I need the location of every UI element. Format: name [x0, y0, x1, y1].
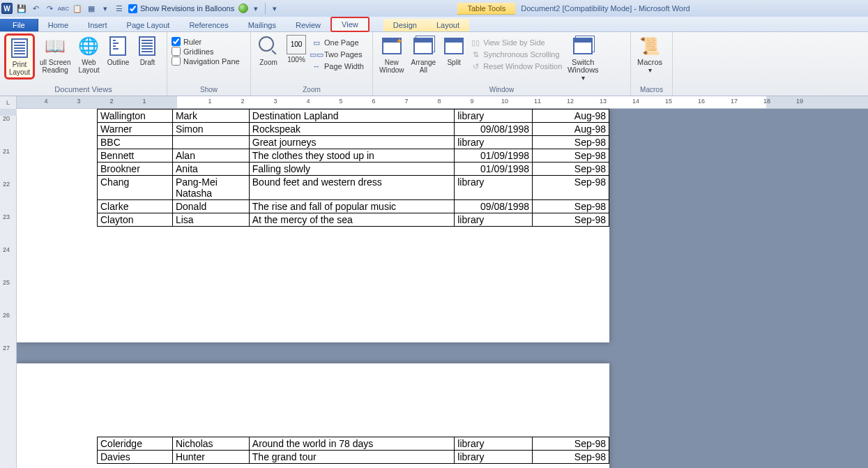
table-cell[interactable]: Clayton: [98, 213, 173, 227]
table-row[interactable]: WallingtonMarkDestination Laplandlibrary…: [98, 110, 609, 123]
table-cell[interactable]: Warner: [98, 123, 173, 136]
qat-list-icon[interactable]: ☰: [113, 2, 125, 15]
table-cell[interactable]: Sep-98: [533, 200, 609, 213]
document-area[interactable]: WallingtonMarkDestination Laplandlibrary…: [17, 109, 868, 468]
tab-references[interactable]: References: [179, 19, 238, 31]
table-row[interactable]: ClaytonLisaAt the mercy of the sealibrar…: [98, 213, 609, 227]
gridlines-checkbox-row[interactable]: Gridlines: [172, 47, 246, 56]
ruler-corner-tab-selector[interactable]: L: [0, 96, 17, 109]
table-row[interactable]: ClarkeDonaldThe rise and fall of popular…: [98, 200, 609, 213]
ruler-checkbox-row[interactable]: Ruler: [172, 37, 246, 46]
table-cell[interactable]: 09/08/1998: [455, 123, 533, 136]
table-cell[interactable]: The grand tour: [249, 451, 454, 464]
table-cell[interactable]: Anita: [172, 163, 249, 176]
page-width-button[interactable]: ↔Page Width: [311, 61, 364, 72]
view-side-by-side-button[interactable]: ▯▯View Side by Side: [470, 37, 562, 48]
draft-button[interactable]: Draft: [134, 33, 160, 68]
qat-dropdown-icon[interactable]: ▾: [250, 2, 262, 15]
table-cell[interactable]: Aug-98: [533, 123, 609, 136]
tab-file[interactable]: File: [0, 19, 38, 31]
table-cell[interactable]: The rise and fall of popular music: [249, 200, 454, 213]
table-cell[interactable]: Alan: [172, 149, 249, 163]
table-row[interactable]: ColeridgeNicholasAround the world in 78 …: [98, 437, 609, 451]
table-cell[interactable]: library: [455, 437, 533, 451]
one-page-button[interactable]: ▭One Page: [311, 37, 364, 48]
tab-page-layout[interactable]: Page Layout: [117, 19, 180, 31]
table-cell[interactable]: Coleridge: [98, 437, 173, 451]
table-cell[interactable]: Destination Lapland: [249, 110, 454, 123]
table-cell[interactable]: Chang: [98, 176, 173, 200]
table-cell[interactable]: Sep-98: [533, 213, 609, 227]
table-cell[interactable]: Donald: [172, 200, 249, 213]
qat-properties-icon[interactable]: 📋: [71, 2, 84, 15]
table-cell[interactable]: Around the world in 78 days: [249, 437, 454, 451]
table-cell[interactable]: Sep-98: [533, 136, 609, 149]
tab-review[interactable]: Review: [286, 19, 330, 31]
table-cell[interactable]: Great journeys: [249, 136, 454, 149]
table-cell[interactable]: library: [455, 451, 533, 464]
table-cell[interactable]: Pang-Mei Natasha: [172, 176, 249, 200]
tab-view[interactable]: View: [330, 17, 370, 32]
table-cell[interactable]: library: [455, 213, 533, 227]
table-cell[interactable]: Simon: [172, 123, 249, 136]
table-cell[interactable]: Sep-98: [533, 437, 609, 451]
table-cell[interactable]: Sep-98: [533, 149, 609, 163]
reset-window-button[interactable]: ↺Reset Window Position: [470, 61, 562, 72]
table-cell[interactable]: library: [455, 110, 533, 123]
qat-redo-icon[interactable]: ↷: [43, 2, 56, 15]
table-cell[interactable]: 09/08/1998: [455, 200, 533, 213]
data-table-2[interactable]: ColeridgeNicholasAround the world in 78 …: [97, 437, 609, 464]
full-screen-reading-button[interactable]: 📖 ull Screen Reading: [38, 33, 73, 75]
table-cell[interactable]: The clothes they stood up in: [249, 149, 454, 163]
data-table-1[interactable]: WallingtonMarkDestination Laplandlibrary…: [97, 109, 609, 227]
qat-customize-icon[interactable]: ▾: [268, 2, 281, 15]
web-layout-button[interactable]: 🌐 Web Layout: [75, 33, 102, 75]
arrange-all-button[interactable]: Arrange All: [409, 33, 439, 75]
table-cell[interactable]: Davies: [98, 451, 173, 464]
nav-pane-checkbox[interactable]: [172, 56, 181, 66]
tab-layout[interactable]: Layout: [427, 19, 469, 31]
table-cell[interactable]: Rockspeak: [249, 123, 454, 136]
two-pages-button[interactable]: ▭▭Two Pages: [311, 49, 364, 60]
table-row[interactable]: BrooknerAnitaFalling slowly01/09/1998Sep…: [98, 163, 609, 176]
table-row[interactable]: ChangPang-Mei NatashaBound feet and west…: [98, 176, 609, 200]
table-cell[interactable]: Hunter: [172, 451, 249, 464]
qat-revisions-checkbox[interactable]: [128, 4, 137, 13]
horizontal-ruler[interactable]: 5432112345678910111213141516171819: [17, 96, 868, 108]
qat-undo-icon[interactable]: ↶: [29, 2, 42, 15]
zoom-100-button[interactable]: 100 100%: [284, 33, 308, 65]
table-cell[interactable]: Sep-98: [533, 176, 609, 200]
table-cell[interactable]: library: [455, 176, 533, 200]
switch-windows-button[interactable]: Switch Windows ▾: [565, 33, 601, 83]
qat-format-icon[interactable]: ▾: [99, 2, 112, 15]
table-row[interactable]: DaviesHunterThe grand tourlibrarySep-98: [98, 451, 609, 464]
table-cell[interactable]: At the mercy of the sea: [249, 213, 454, 227]
table-cell[interactable]: Falling slowly: [249, 163, 454, 176]
tab-home[interactable]: Home: [38, 19, 78, 31]
qat-spellcheck-icon[interactable]: ABC: [57, 2, 70, 15]
table-row[interactable]: WarnerSimonRockspeak09/08/1998Aug-98: [98, 123, 609, 136]
sync-scrolling-button[interactable]: ⇅Synchronous Scrolling: [470, 49, 562, 60]
table-cell[interactable]: Clarke: [98, 200, 173, 213]
table-cell[interactable]: Lisa: [172, 213, 249, 227]
outline-button[interactable]: Outline: [105, 33, 131, 68]
ruler-checkbox[interactable]: [172, 37, 181, 46]
table-cell[interactable]: BBC: [98, 136, 173, 149]
table-cell[interactable]: Bound feet and western dress: [249, 176, 454, 200]
table-cell[interactable]: Sep-98: [533, 451, 609, 464]
tab-design[interactable]: Design: [383, 19, 427, 31]
qat-table-icon[interactable]: ▦: [85, 2, 98, 15]
qat-status-orb-icon[interactable]: [238, 3, 248, 13]
table-cell[interactable]: Mark: [172, 110, 249, 123]
table-cell[interactable]: library: [455, 136, 533, 149]
table-cell[interactable]: Nicholas: [172, 437, 249, 451]
table-row[interactable]: BBCGreat journeyslibrarySep-98: [98, 136, 609, 149]
table-row[interactable]: BennettAlanThe clothes they stood up in0…: [98, 149, 609, 163]
gridlines-checkbox[interactable]: [172, 47, 181, 56]
table-cell[interactable]: Wallington: [98, 110, 173, 123]
split-button[interactable]: Split: [441, 33, 467, 68]
print-layout-button[interactable]: Print Layout: [4, 33, 35, 80]
table-cell[interactable]: [172, 136, 249, 149]
macros-button[interactable]: 📜 Macros▾: [635, 33, 664, 75]
table-cell[interactable]: Bennett: [98, 149, 173, 163]
